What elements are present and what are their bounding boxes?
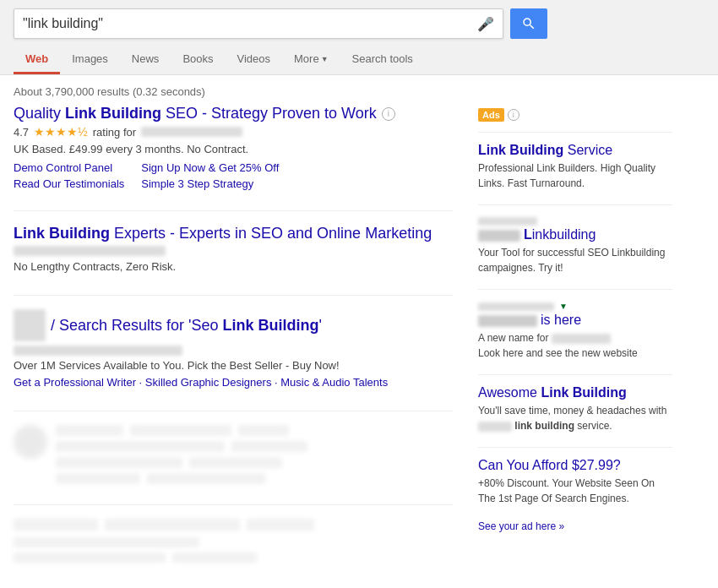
result-item: Link Building Experts - Experts in SEO a… [14, 225, 453, 275]
ad-snippet: Professional Link Builders. High Quality… [478, 161, 672, 191]
ad-snippet: A new name for Look here and see the new… [478, 330, 672, 361]
blurred-text [238, 425, 289, 436]
blurred-text [147, 473, 265, 484]
tab-search-tools[interactable]: Search tools [340, 46, 425, 74]
blurred-text [189, 457, 282, 468]
ad-url-row [478, 217, 672, 226]
ads-info-icon[interactable]: i [508, 109, 519, 121]
result-link[interactable]: Read Our Testimonials [14, 177, 124, 190]
ad-url-row: ▼ [478, 302, 672, 311]
result-snippet-links: Get a Professional Writer · Skilled Grap… [14, 374, 453, 391]
result-item: / Search Results for 'Seo Link Building'… [14, 309, 453, 390]
dropdown-icon: ▼ [559, 302, 568, 311]
blurred-text [478, 422, 512, 432]
blurred-text [56, 473, 140, 484]
blurred-text [105, 519, 240, 531]
result-link[interactable]: Demo Control Panel [14, 161, 124, 174]
url-blurred [14, 346, 182, 356]
ads-label: Ads [478, 108, 504, 122]
result-divider [14, 411, 453, 411]
search-input[interactable] [23, 16, 472, 31]
ad-snippet: Your Tool for successful SEO Linkbuildin… [478, 245, 672, 275]
search-button[interactable] [510, 8, 547, 39]
rating-label: rating for [93, 126, 136, 139]
result-title[interactable]: / Search Results for 'Seo Link Building' [51, 317, 322, 335]
url-blurred [478, 302, 554, 311]
result-item: Quality Link Building SEO - Strategy Pro… [14, 105, 453, 190]
mic-icon[interactable]: 🎤 [477, 16, 494, 32]
thumbnail-blurred [14, 309, 46, 341]
title-blurred [478, 230, 520, 242]
ad-item: Can You Afford $27.99? +80% Discount. Yo… [478, 447, 672, 506]
avatar-blurred [14, 425, 47, 459]
tab-news[interactable]: News [120, 46, 171, 74]
ad-title[interactable]: Linkbuilding [478, 227, 596, 242]
tab-books[interactable]: Books [171, 46, 225, 74]
blurred-text [14, 519, 98, 531]
ad-snippet: +80% Discount. Your Website Seen On The … [478, 476, 672, 506]
blurred-text [14, 537, 199, 547]
result-divider [14, 295, 453, 296]
ad-item: ▼ is here A new name for Look here and s… [478, 289, 672, 361]
ad-item: Linkbuilding Your Tool for successful SE… [478, 204, 672, 275]
blurred-text [231, 441, 307, 452]
result-item-blurred [14, 425, 453, 484]
result-title[interactable]: Link Building Experts - Experts in SEO a… [14, 225, 432, 242]
result-snippet: No Lengthy Contracts, Zero Risk. [14, 259, 453, 275]
blurred-text [56, 457, 182, 468]
ads-header: Ads i [478, 108, 672, 122]
results-info: About 3,790,000 results (0.32 seconds) [0, 75, 718, 105]
blurred-text [552, 334, 611, 344]
ad-item: Link Building Service Professional Link … [478, 132, 672, 191]
nav-tabs: Web Images News Books Videos More Search… [14, 46, 704, 74]
ad-item: Awesome Link Building You'll save time, … [478, 374, 672, 433]
ad-title[interactable]: Can You Afford $27.99? [478, 458, 621, 472]
ad-title[interactable]: Link Building Service [478, 143, 612, 157]
tab-videos[interactable]: Videos [226, 46, 283, 74]
tab-web[interactable]: Web [14, 46, 60, 74]
result-divider [14, 504, 453, 505]
info-icon[interactable]: i [382, 107, 395, 121]
url-blurred [478, 217, 537, 226]
ad-title[interactable]: is here [478, 313, 581, 327]
tab-images[interactable]: Images [60, 46, 120, 74]
header: 🎤 Web Images News Books Videos More Sear… [0, 0, 718, 75]
blurred-text [56, 425, 123, 436]
blurred-text [130, 425, 231, 436]
search-input-wrapper: 🎤 [14, 8, 503, 39]
ads-column: Ads i Link Building Service Professional… [478, 105, 672, 583]
blurred-text [247, 519, 314, 531]
result-links: Demo Control Panel Read Our Testimonials… [14, 161, 453, 190]
see-your-ad-link[interactable]: See your ad here » [478, 520, 564, 532]
result-link[interactable]: Sign Up Now & Get 25% Off [141, 161, 279, 174]
stars: ★★★★½ [34, 125, 88, 139]
blurred-text [56, 441, 225, 452]
results-column: Quality Link Building SEO - Strategy Pro… [14, 105, 453, 583]
result-link[interactable]: Simple 3 Step Strategy [141, 177, 279, 190]
blurred-text [14, 553, 166, 563]
title-blurred [478, 315, 537, 327]
result-item-blurred [14, 519, 453, 563]
result-snippet: Over 1M Services Available to You. Pick … [14, 357, 453, 374]
tab-more[interactable]: More [282, 46, 340, 74]
main-content: Quality Link Building SEO - Strategy Pro… [0, 105, 718, 583]
rating-row: 4.7 ★★★★½ rating for [14, 125, 453, 139]
url-blurred [14, 246, 166, 256]
result-divider [14, 210, 453, 211]
url-blurred [141, 127, 242, 137]
result-title[interactable]: Quality Link Building SEO - Strategy Pro… [14, 105, 377, 122]
result-snippet: UK Based. £49.99 every 3 months. No Cont… [14, 141, 453, 158]
search-icon [521, 16, 536, 31]
ad-title[interactable]: Awesome Link Building [478, 385, 627, 400]
ad-snippet: You'll save time, money & headaches with… [478, 403, 672, 433]
rating-value: 4.7 [14, 126, 29, 139]
blurred-text [172, 553, 257, 563]
